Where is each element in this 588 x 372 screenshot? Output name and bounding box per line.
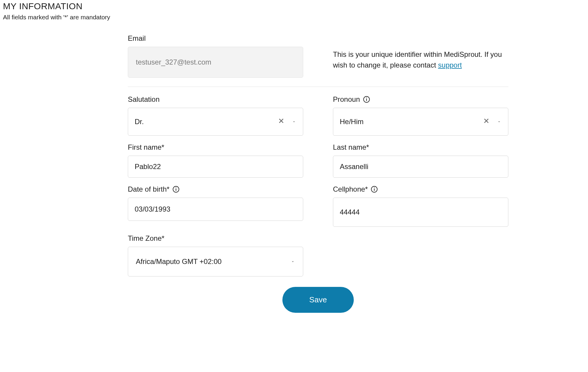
pronoun-label-text: Pronoun bbox=[333, 95, 360, 104]
salutation-value: Dr. bbox=[135, 118, 144, 126]
email-help-text-prefix: This is your unique identifier within Me… bbox=[333, 50, 502, 69]
chevron-down-icon[interactable] bbox=[497, 118, 501, 126]
timezone-label: Time Zone* bbox=[128, 234, 303, 243]
cellphone-label-text: Cellphone* bbox=[333, 185, 368, 193]
email-help-text: This is your unique identifier within Me… bbox=[333, 49, 508, 71]
support-link[interactable]: support bbox=[438, 61, 462, 69]
svg-point-5 bbox=[176, 187, 176, 188]
cellphone-field[interactable] bbox=[333, 198, 508, 227]
pronoun-select[interactable]: He/Him bbox=[333, 108, 508, 136]
svg-point-2 bbox=[366, 98, 367, 98]
timezone-value: Africa/Maputo GMT +02:00 bbox=[136, 257, 221, 266]
save-button[interactable]: Save bbox=[282, 287, 353, 313]
info-icon[interactable] bbox=[363, 96, 370, 103]
salutation-label: Salutation bbox=[128, 95, 303, 104]
salutation-select[interactable]: Dr. bbox=[128, 108, 303, 136]
section-divider bbox=[128, 87, 508, 87]
dob-label-text: Date of birth* bbox=[128, 185, 169, 193]
pronoun-label: Pronoun bbox=[333, 95, 508, 104]
svg-point-8 bbox=[374, 187, 375, 188]
dob-field[interactable] bbox=[128, 198, 303, 221]
chevron-down-icon[interactable] bbox=[290, 257, 295, 266]
mandatory-fields-note: All fields marked with '*' are mandatory bbox=[3, 14, 585, 21]
email-field: testuser_327@test.com bbox=[128, 47, 303, 78]
info-icon[interactable] bbox=[172, 186, 180, 193]
pronoun-value: He/Him bbox=[340, 118, 364, 126]
clear-pronoun-icon[interactable] bbox=[482, 117, 490, 126]
dob-label: Date of birth* bbox=[128, 185, 303, 193]
chevron-down-icon[interactable] bbox=[292, 118, 296, 126]
first-name-field[interactable] bbox=[128, 156, 303, 178]
page-title: MY INFORMATION bbox=[3, 1, 585, 11]
info-icon[interactable] bbox=[371, 186, 378, 193]
last-name-label: Last name* bbox=[333, 143, 508, 151]
last-name-field[interactable] bbox=[333, 156, 508, 178]
first-name-label: First name* bbox=[128, 143, 303, 151]
cellphone-label: Cellphone* bbox=[333, 185, 508, 193]
timezone-select[interactable]: Africa/Maputo GMT +02:00 bbox=[128, 247, 303, 276]
clear-salutation-icon[interactable] bbox=[277, 117, 285, 126]
email-label: Email bbox=[128, 34, 303, 43]
